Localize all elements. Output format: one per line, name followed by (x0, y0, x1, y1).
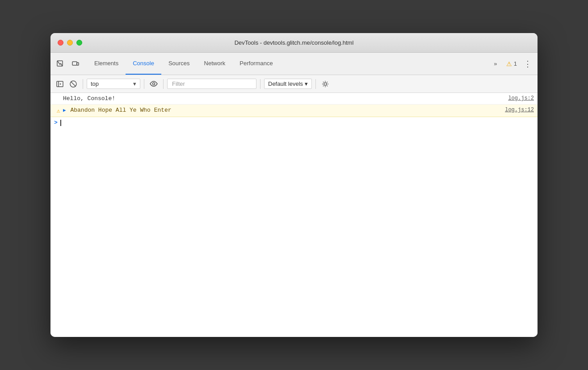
svg-line-7 (71, 81, 76, 86)
warning-triangle-icon: ⚠ (57, 107, 60, 114)
expand-arrow-icon[interactable]: ▶ (63, 108, 66, 113)
warning-row-content: ▶ Abandon Hope All Ye Who Enter (63, 107, 498, 114)
console-row-warning: ⚠ ▶ Abandon Hope All Ye Who Enter log.js… (50, 105, 538, 117)
warning-row-icon: ⚠ (54, 107, 63, 114)
context-selector-arrow: ▾ (133, 80, 136, 87)
console-prompt-icon: > (54, 119, 58, 126)
toolbar-divider-3 (163, 79, 164, 89)
devtools-window: DevTools - devtools.glitch.me/console/lo… (50, 33, 538, 337)
svg-point-8 (153, 83, 155, 85)
tab-list: Elements Console Sources Network Perform… (87, 53, 486, 75)
console-row-log: Hello, Console! log.js:2 (50, 93, 538, 105)
tabbar-left-icons (54, 53, 87, 75)
tab-network[interactable]: Network (197, 53, 233, 75)
close-button[interactable] (58, 40, 63, 46)
tab-sources[interactable]: Sources (161, 53, 197, 75)
toolbar-divider-2 (144, 79, 144, 89)
minimize-button[interactable] (67, 40, 73, 46)
warning-icon: ⚠ (506, 60, 512, 67)
tab-performance[interactable]: Performance (232, 53, 280, 75)
svg-point-9 (324, 83, 327, 85)
log-row-icon (54, 95, 63, 96)
toolbar-divider-4 (260, 79, 260, 89)
tabbar: Elements Console Sources Network Perform… (50, 53, 538, 75)
tab-elements[interactable]: Elements (87, 53, 126, 75)
tabbar-right: » ⚠ 1 ⋮ (486, 53, 534, 75)
console-input-row: > (50, 117, 538, 128)
more-tabs-button[interactable]: » (489, 58, 502, 70)
window-title: DevTools - devtools.glitch.me/console/lo… (235, 39, 354, 46)
titlebar: DevTools - devtools.glitch.me/console/lo… (50, 33, 538, 53)
filter-input[interactable] (167, 79, 256, 89)
levels-arrow-icon: ▾ (305, 80, 308, 87)
log-row-content: Hello, Console! (63, 95, 501, 102)
tab-console[interactable]: Console (126, 53, 161, 75)
warning-badge[interactable]: ⚠ 1 (504, 59, 520, 68)
devtools-menu-button[interactable]: ⋮ (521, 58, 534, 70)
console-settings-button[interactable] (319, 78, 331, 90)
log-source-link[interactable]: log.js:2 (508, 95, 534, 101)
svg-marker-5 (60, 83, 61, 85)
context-selector[interactable]: top ▾ (87, 79, 140, 89)
toolbar-divider-1 (83, 79, 83, 89)
inspect-element-button[interactable] (54, 58, 67, 70)
console-cursor (60, 120, 61, 126)
device-toggle-button[interactable] (69, 58, 82, 70)
log-levels-button[interactable]: Default levels ▾ (264, 79, 312, 89)
console-output: Hello, Console! log.js:2 ⚠ ▶ Abandon Hop… (50, 93, 538, 337)
fullscreen-button[interactable] (76, 40, 82, 46)
traffic-lights (58, 40, 82, 46)
console-toolbar: top ▾ Default levels ▾ (50, 75, 538, 93)
toolbar-divider-5 (315, 79, 316, 89)
warning-row-source[interactable]: log.js:12 (498, 107, 534, 113)
log-row-source[interactable]: log.js:2 (501, 95, 534, 101)
svg-rect-2 (77, 63, 79, 65)
svg-rect-1 (72, 62, 77, 65)
sidebar-toggle-button[interactable] (54, 78, 66, 90)
live-expressions-button[interactable] (148, 78, 160, 90)
warning-source-link[interactable]: log.js:12 (505, 107, 534, 113)
clear-console-button[interactable] (67, 78, 79, 90)
